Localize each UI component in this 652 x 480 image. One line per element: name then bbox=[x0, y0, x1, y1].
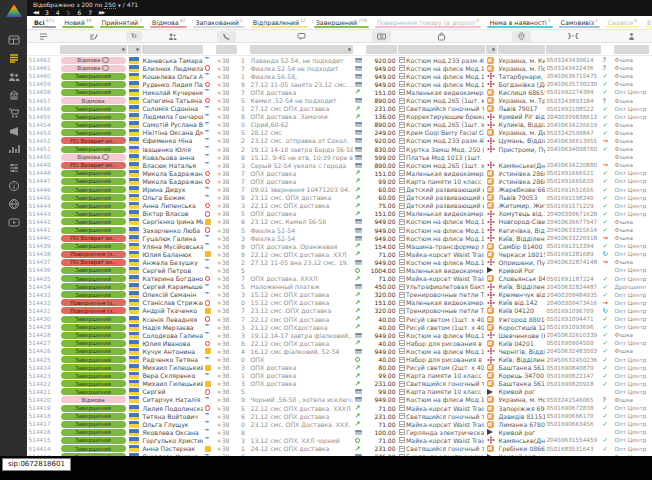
column-header-city[interactable] bbox=[497, 30, 545, 42]
order-row[interactable]: 514416ЗавершенийЯковлева Оксана*+388100.… bbox=[27, 428, 652, 436]
filter-ttn[interactable] bbox=[546, 45, 601, 54]
order-row[interactable]: 514428ЗавершенийСолодкова Галина В..*+38… bbox=[27, 331, 652, 339]
order-row[interactable]: 514442ЗавершенийСергієнко Ірина Ми..+386… bbox=[27, 218, 652, 226]
order-row[interactable]: 514430ЗавершенийКсенія Левадняя+38722.12… bbox=[27, 315, 652, 323]
order-row[interactable]: 514418ЗавершенийТетяна Войтович*+38621.1… bbox=[27, 412, 652, 420]
tab-8[interactable]: Нема в наявності1 bbox=[484, 16, 555, 29]
column-header-channel[interactable] bbox=[613, 30, 649, 42]
info-icon[interactable] bbox=[102, 65, 109, 72]
tab-1[interactable]: Новий48 bbox=[59, 16, 96, 29]
last-page-button[interactable]: ▶▶ bbox=[99, 9, 104, 16]
filter-comment[interactable]: ▼ bbox=[250, 45, 353, 54]
page-button-6[interactable]: 6 bbox=[77, 9, 81, 16]
tab-3[interactable]: Відмова42 bbox=[147, 16, 190, 29]
tab-6[interactable]: Завершений278 bbox=[311, 16, 372, 29]
order-row[interactable]: 514447ЗавершенийМикола Бадражан+387ОПХ д… bbox=[27, 177, 652, 185]
tab-9[interactable]: Самовивіз2 bbox=[556, 16, 603, 29]
filter-flag[interactable]: ▼ bbox=[128, 45, 141, 54]
order-row[interactable]: 514455ЗавершенийЛюдмила Гончарова*+388ОП… bbox=[27, 113, 652, 121]
order-row[interactable]: 514436ЗавершенийСергей Петров*+3851004.0… bbox=[27, 266, 652, 274]
app-logo-icon[interactable] bbox=[4, 3, 24, 22]
order-row[interactable]: 514433ЗавершенийОлексій Семанін*+38315.1… bbox=[27, 291, 652, 299]
column-header-comment[interactable] bbox=[249, 30, 353, 42]
per-page-dropdown[interactable]: 250 bbox=[104, 1, 115, 9]
order-row[interactable]: 514424ЗавершенийМихаил Гилецький+383ОПХ … bbox=[27, 364, 652, 372]
order-row[interactable]: 514462ВідмоваКаневська Тамара ..*+381Лав… bbox=[27, 56, 652, 64]
filter-phone[interactable] bbox=[216, 45, 237, 54]
order-row[interactable]: 514431Повернення (з..Андрій Ткаченко+387… bbox=[27, 307, 652, 315]
page-button-4[interactable]: 4 bbox=[56, 9, 60, 16]
sidebar-item-orders-list[interactable] bbox=[6, 51, 21, 66]
order-row[interactable]: 514457ВідмоваСапегина Татьяна С..+385Кем… bbox=[27, 96, 652, 104]
sidebar-item-cart[interactable] bbox=[6, 106, 21, 121]
filter-name[interactable] bbox=[142, 45, 203, 54]
filter-channel[interactable] bbox=[614, 45, 649, 54]
sidebar-item-globe[interactable] bbox=[6, 197, 21, 212]
column-header-id[interactable] bbox=[27, 30, 59, 42]
tab-11[interactable]: В дорозі додому0 bbox=[642, 16, 652, 29]
order-row[interactable]: 514422ЗавершенийМихаил Гилецький+383ОПХ … bbox=[27, 380, 652, 388]
column-header-name[interactable] bbox=[141, 30, 203, 42]
order-row[interactable]: 514417ЗавершенийОльга Глущук*+38023.12 с… bbox=[27, 420, 652, 428]
column-header-qty[interactable] bbox=[237, 30, 249, 42]
filter-dlv[interactable]: ▼ bbox=[486, 45, 497, 54]
order-row[interactable]: 514421ЗавершенийСергей+38599.00Карта пам… bbox=[27, 388, 652, 396]
column-header-ttn[interactable]: }·{ bbox=[545, 30, 601, 42]
order-row[interactable]: 514439ЗавершенийУляна Мусійовська*+389ОП… bbox=[27, 242, 652, 250]
sidebar-item-video[interactable] bbox=[6, 215, 21, 230]
order-row[interactable]: 514449ПО Возврат ок..Власюк Наталья*+383… bbox=[27, 161, 652, 169]
sidebar-item-settings-sliders[interactable] bbox=[6, 161, 21, 176]
info-icon[interactable] bbox=[102, 154, 109, 161]
order-row[interactable]: 514438Повернення (з..Юлия Баланюк+38922.… bbox=[27, 250, 652, 258]
page-button-7[interactable]: 7 bbox=[88, 9, 92, 16]
column-header-product[interactable] bbox=[397, 30, 485, 42]
tab-2[interactable]: Прийнятий7 bbox=[97, 16, 148, 29]
filter-product[interactable] bbox=[398, 45, 485, 54]
order-row[interactable]: 514419ЗавершенийЛилия Подолинская+38522.… bbox=[27, 404, 652, 412]
order-row[interactable]: 514458ЗавершенийНиколай Кучеренко*+387ОП… bbox=[27, 88, 652, 96]
order-row[interactable]: 514425ЗавершенийРадченко Тетяна*+380ОПХ4… bbox=[27, 355, 652, 363]
column-header-pay[interactable] bbox=[353, 30, 365, 42]
first-page-button[interactable]: ◀◀ bbox=[33, 9, 38, 16]
order-row[interactable]: 514440ПО Возврат ок..Гуцалюк Галина*+383… bbox=[27, 234, 652, 242]
page-button-5[interactable]: 5 bbox=[67, 9, 71, 16]
column-header-src[interactable] bbox=[203, 30, 215, 42]
filter-price[interactable] bbox=[366, 45, 397, 54]
order-row[interactable]: 514445ЗавершенийОльга Божик*+38923.12 см… bbox=[27, 194, 652, 202]
order-row[interactable]: 514435ЗавершенийКатерина Богданова+387ОП… bbox=[27, 275, 652, 283]
sidebar-item-dashboard[interactable] bbox=[6, 33, 21, 48]
order-row[interactable]: 514443ЗавершенийВіктор Власов+385ОПХ дос… bbox=[27, 210, 652, 218]
page-button-3[interactable]: 3 bbox=[45, 9, 49, 16]
sidebar-item-customers[interactable] bbox=[6, 70, 21, 85]
order-row[interactable]: 514426ЗавершенийКучук Антонина+38416.12 … bbox=[27, 347, 652, 355]
order-row[interactable]: 514420ВідмоваСитарчук Наталія Гр..*+389Ч… bbox=[27, 396, 652, 404]
order-row[interactable]: 514432Повернення (з..Станіслав Стрижак+3… bbox=[27, 299, 652, 307]
column-header-price[interactable] bbox=[365, 30, 397, 42]
column-header-flag[interactable]: ↻ bbox=[127, 30, 141, 42]
order-row[interactable]: 514437ПО Возврат ок..Анжела Безушку*+382… bbox=[27, 258, 652, 266]
column-header-phone[interactable] bbox=[215, 30, 237, 42]
filter-status[interactable]: ▼ bbox=[60, 45, 127, 54]
tab-10[interactable]: Сервіси0 bbox=[603, 16, 642, 29]
order-row[interactable]: 514460ЗавершенийКошелева Ольга Ар..*+381… bbox=[27, 72, 652, 80]
order-row[interactable]: 514423ЗавершенийВера Скляренко*+381ОПХ д… bbox=[27, 372, 652, 380]
order-row[interactable]: 514434ЗавершенийСергей Карамышев*+385Нал… bbox=[27, 283, 652, 291]
order-row[interactable]: 514446ЗавершенийИрина Дидух*+38709.01 зв… bbox=[27, 186, 652, 194]
order-row[interactable]: 514427ЗавершенийЮлия Иванова+38822.12 см… bbox=[27, 339, 652, 347]
order-row[interactable]: 514448ЗавершенийМикола Бадражан+387ОПХ д… bbox=[27, 169, 652, 177]
order-row[interactable]: 514441ЗавершенийЗахарченко Люба+385Фиалк… bbox=[27, 226, 652, 234]
order-row[interactable]: 514454ЗавершенийСамотій Руслана Во..*+38… bbox=[27, 121, 652, 129]
order-row[interactable]: 514450ВідмоваКовальова анна*+38815.12. 9… bbox=[27, 153, 652, 161]
sidebar-item-info[interactable] bbox=[6, 179, 21, 194]
sidebar-item-shop[interactable] bbox=[6, 88, 21, 103]
order-row[interactable]: 514461ВідмоваБлизнюк Людмила ..+387Фиалк… bbox=[27, 64, 652, 72]
order-row[interactable]: 514456ЗавершенийСоломія Сідоніна*+38127.… bbox=[27, 105, 652, 113]
tab-0[interactable]: Всі471 bbox=[29, 16, 59, 29]
column-header-status[interactable] bbox=[59, 30, 127, 42]
column-header-dlv[interactable] bbox=[485, 30, 497, 42]
tab-5[interactable]: Відправлений12 bbox=[248, 16, 311, 29]
order-row[interactable]: 514452ПО Возврат ок..Єфименко Ніна*+3822… bbox=[27, 137, 652, 145]
order-row[interactable]: 514415ЗавершенийГоргулько Христина..*+38… bbox=[27, 436, 652, 444]
info-icon[interactable] bbox=[102, 57, 109, 64]
order-row[interactable]: 514459ЗавершенийРуденко Лидия Пав..+3892… bbox=[27, 80, 652, 88]
